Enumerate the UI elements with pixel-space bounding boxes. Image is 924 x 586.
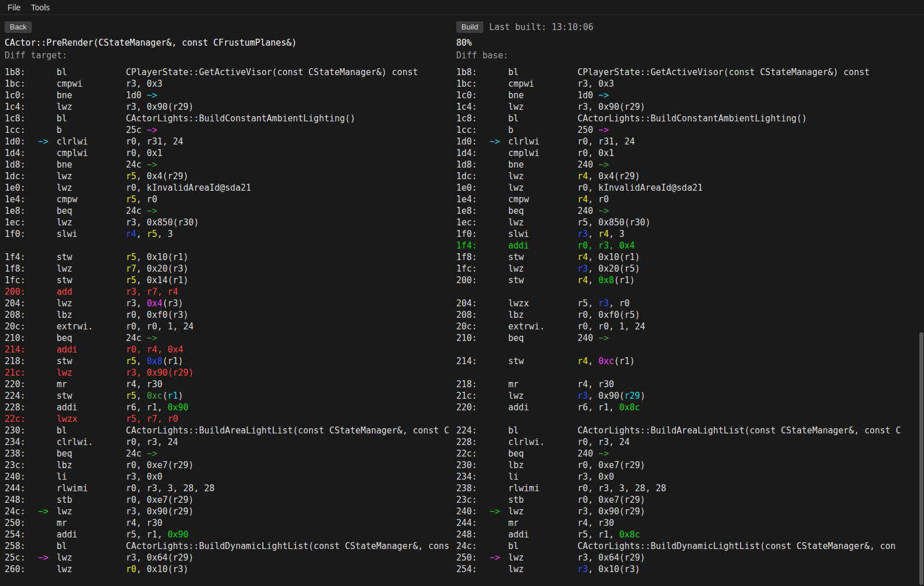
asm-row[interactable]: 1d8:bne24c ~> [5,159,452,170]
asm-row[interactable]: 218:mrr4, r30 [456,379,924,390]
asm-row[interactable]: 1e4:cmpwr4, r0 [456,194,924,205]
asm-row[interactable]: 1d4:cmplwir0, 0x1 [5,147,452,159]
asm-row[interactable]: 1c8:blCActorLights::BuildConstantAmbient… [5,113,452,124]
asm-row[interactable]: 24c:blCActorLights::BuildDynamicLightLis… [456,540,924,552]
asm-row[interactable]: 24c:~>lwzr3, 0x90(r29) [5,506,452,517]
asm-row[interactable]: 1dc:lwzr4, 0x4(r29) [456,170,924,182]
asm-row[interactable]: 254:lwzr3, 0x10(r3) [456,563,924,575]
branch-arrow [487,390,508,402]
asm-row[interactable]: 224:blCActorLights::BuildAreaLightList(c… [456,425,924,436]
asm-row[interactable]: 1cc:b250 ~> [456,124,924,136]
asm-row[interactable]: 1c0:bne1d0 ~> [5,90,452,101]
asm-row[interactable]: 1f0:slwir4, r5, 3 [5,228,452,240]
asm-row[interactable]: 250:mrr4, r30 [5,517,452,529]
asm-row[interactable]: 234:clrlwi.r0, r3, 24 [5,436,452,448]
build-button[interactable]: Build [456,21,483,33]
asm-row[interactable]: 1fc:lwzr3, 0x20(r5) [456,263,924,275]
asm-row[interactable]: 1bc:cmpwir3, 0x3 [5,78,452,90]
menu-bar: File Tools [0,0,924,15]
branch-arrow [36,182,57,194]
asm-row[interactable]: 22c:lwzxr5, r7, r0 [5,413,452,425]
asm-row[interactable]: 25c:~>lwzr3, 0x64(r29) [5,552,452,563]
asm-row[interactable]: 214:stwr4, 0xc(r1) [456,355,924,367]
asm-row[interactable]: 260:lwzr0, 0x10(r3) [5,563,452,575]
asm-row[interactable]: 240:lir3, 0x0 [5,471,452,483]
asm-row[interactable]: 1c4:lwzr3, 0x90(r29) [5,101,452,113]
asm-row[interactable]: 254:addir5, r1, 0x90 [5,529,452,540]
asm-row[interactable]: 208:lbzr0, 0xf0(r3) [5,309,452,321]
asm-row[interactable]: 238:beq24c ~> [5,448,452,459]
asm-row[interactable]: 1f0:slwir3, r4, 3 [456,228,924,240]
asm-row[interactable]: 1e0:lwzr0, kInvalidAreaId@sda21 [5,182,452,194]
asm-row[interactable]: 228:addir6, r1, 0x90 [5,402,452,413]
asm-row[interactable]: 208:lbzr0, 0xf0(r5) [456,309,924,321]
asm-row[interactable]: 1ec:lwzr3, 0x850(r30) [5,217,452,228]
asm-row[interactable]: 1fc:stwr5, 0x14(r1) [5,275,452,286]
asm-row[interactable]: 1dc:lwzr5, 0x4(r29) [5,170,452,182]
back-button[interactable]: Back [5,21,32,33]
asm-row[interactable]: 1e8:beq24c ~> [5,205,452,217]
asm-row[interactable]: 23c:stbr0, 0xe7(r29) [456,494,924,506]
asm-row[interactable]: 250:~>lwzr3, 0x64(r29) [456,552,924,563]
asm-row[interactable]: 1e4:cmpwr5, r0 [5,194,452,205]
asm-row[interactable]: 220:mrr4, r30 [5,379,452,390]
menu-file[interactable]: File [2,2,26,13]
asm-row[interactable]: 248:addir5, r1, 0x8c [456,529,924,540]
asm-row[interactable]: 220:addir6, r1, 0x8c [456,402,924,413]
asm-row[interactable]: 214:addir0, r4, 0x4 [5,344,452,355]
asm-row[interactable]: 224:stwr5, 0xc(r1) [5,390,452,402]
asm-row[interactable]: 204:lwzxr5, r3, r0 [456,298,924,309]
asm-row[interactable]: 1f4:stwr5, 0x10(r1) [5,251,452,263]
asm-row[interactable]: 1f4:addir0, r3, 0x4 [456,240,924,251]
operands: 24c ~> [126,159,157,170]
asm-row[interactable]: 21c:lwzr3, 0x90(r29) [5,367,452,379]
asm-row[interactable]: 1c8:blCActorLights::BuildConstantAmbient… [456,113,924,124]
asm-row[interactable]: 1d0:~>clrlwir0, r31, 24 [456,136,924,147]
asm-row[interactable]: 1b8:blCPlayerState::GetActiveVisor(const… [456,66,924,78]
asm-row[interactable]: 1e8:beq240 ~> [456,205,924,217]
menu-tools[interactable]: Tools [26,2,55,13]
asm-row[interactable]: 1f8:lwzr7, 0x20(r3) [5,263,452,275]
asm-row[interactable]: 240:~>lwzr3, 0x90(r29) [456,506,924,517]
asm-row[interactable]: 204:lwzr3, 0x4(r3) [5,298,452,309]
asm-row[interactable]: 248:stbr0, 0xe7(r29) [5,494,452,506]
asm-row[interactable]: 1d4:cmplwir0, 0x1 [456,147,924,159]
mnemonic: cmpw [508,194,578,205]
asm-row[interactable]: 1ec:lwzr5, 0x850(r30) [456,217,924,228]
asm-row[interactable]: 244:mrr4, r30 [456,517,924,529]
operand-token: r5 [126,252,136,262]
asm-row[interactable]: 238:rlwimir0, r3, 3, 28, 28 [456,483,924,494]
row-address: 1fc: [456,263,487,275]
asm-row[interactable]: 210:beq24c ~> [5,332,452,344]
asm-row[interactable]: 234:lir3, 0x0 [456,471,924,483]
asm-row[interactable]: 1b8:blCPlayerState::GetActiveVisor(const… [5,66,452,78]
asm-row[interactable]: 1e0:lwzr0, kInvalidAreaId@sda21 [456,182,924,194]
asm-row[interactable]: 244:rlwimir0, r3, 3, 28, 28 [5,483,452,494]
asm-row[interactable]: 1bc:cmpwir3, 0x3 [456,78,924,90]
asm-row[interactable]: 21c:lwzr3, 0x90(r29) [456,390,924,402]
operand-token: r0, 0xe7(r29) [126,495,193,505]
asm-row[interactable]: 258:blCActorLights::BuildDynamicLightLis… [5,540,452,552]
mnemonic: lbz [57,459,126,471]
asm-row[interactable]: 1d8:bne240 ~> [456,159,924,170]
asm-row[interactable]: 200:addr3, r7, r4 [5,286,452,298]
asm-row[interactable]: 228:clrlwi.r0, r3, 24 [456,436,924,448]
asm-row[interactable]: 230:blCActorLights::BuildAreaLightList(c… [5,425,452,436]
asm-row[interactable]: 218:stwr5, 0x8(r1) [5,355,452,367]
asm-row[interactable]: 1d0:~>clrlwir0, r31, 24 [5,136,452,147]
asm-row[interactable]: 200:stwr4, 0x8(r1) [456,275,924,286]
asm-row[interactable]: 1c4:lwzr3, 0x90(r29) [456,101,924,113]
asm-row[interactable]: 23c:lbzr0, 0xe7(r29) [5,459,452,471]
asm-row[interactable]: 230:lbzr0, 0xe7(r29) [456,459,924,471]
asm-row[interactable]: 1f8:stwr4, 0x10(r1) [456,251,924,263]
asm-row[interactable]: 1cc:b25c ~> [5,124,452,136]
asm-row[interactable]: 210:beq240 ~> [456,332,924,344]
operand-token: , 3 [609,229,624,239]
vertical-scrollbar-thumb[interactable] [919,332,923,585]
asm-row[interactable]: 22c:beq240 ~> [456,448,924,459]
mnemonic: stw [508,251,578,263]
operands: r0, kInvalidAreaId@sda21 [578,182,703,194]
asm-row[interactable]: 20c:extrwi.r0, r0, 1, 24 [5,321,452,332]
asm-row[interactable]: 1c0:bne1d0 ~> [456,90,924,101]
asm-row[interactable]: 20c:extrwi.r0, r0, 1, 24 [456,321,924,332]
